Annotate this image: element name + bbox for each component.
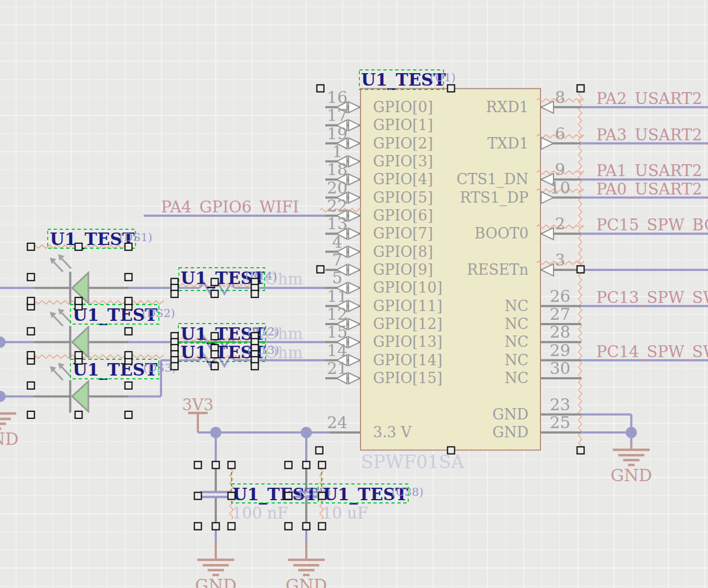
pin-name[interactable]: NC [505,333,529,350]
selection-handle[interactable] [75,352,82,359]
selection-handle[interactable] [211,363,218,370]
selection-handle[interactable] [75,298,82,305]
pin-number[interactable]: 26 [550,287,570,306]
gnd-label[interactable]: GND [286,576,327,588]
selection-handle[interactable] [28,243,35,250]
selection-handle[interactable] [448,447,455,454]
pin-number[interactable]: 10 [550,178,570,197]
pin-name[interactable]: GND [492,424,529,441]
selection-handle[interactable] [125,274,132,281]
pin-name[interactable]: GPIO[2] [373,135,433,152]
pin-name[interactable]: RXD1 [486,99,529,115]
selection-handle[interactable] [28,328,35,335]
pin-number[interactable]: 11 [327,287,347,306]
selection-handle[interactable] [125,382,132,389]
selection-handle[interactable] [125,411,132,418]
pin-name[interactable]: NC [505,298,529,314]
pin-number[interactable]: 3 [555,250,565,269]
selection-handle[interactable] [316,447,323,454]
pin-number[interactable]: 12 [327,305,347,324]
pin-name[interactable]: GPIO[11] [373,298,442,314]
selection-handle[interactable] [125,243,132,250]
selection-handle[interactable] [448,85,455,92]
pin-number[interactable]: 6 [555,124,565,143]
pin-name[interactable]: GPIO[0] [373,99,433,115]
selection-handle[interactable] [317,266,324,273]
pin-name[interactable]: NC [505,370,529,386]
refdes-label[interactable]: (R14) [245,269,277,282]
net-label[interactable]: PA1_USART2_R [596,161,708,180]
pin-name[interactable]: GPIO[9] [373,261,433,278]
selection-handle[interactable] [211,290,218,298]
selection-handle[interactable] [195,523,202,530]
pin-number[interactable]: 14 [327,341,347,360]
pin-number[interactable]: 5 [332,268,342,287]
pin-name[interactable]: 3.3 V [373,424,412,441]
pin-name[interactable]: GPIO[7] [373,225,433,242]
pin-number[interactable]: 21 [327,359,347,378]
pin-number[interactable]: 25 [550,413,570,432]
selection-handle[interactable] [252,363,259,370]
selection-handle[interactable] [28,411,35,418]
selection-handle[interactable] [303,523,310,530]
pin-number[interactable]: 15 [327,322,347,341]
pin-name[interactable]: GPIO[4] [373,171,433,188]
selection-handle[interactable] [125,328,132,335]
net-label[interactable]: PA0_USART2_C [596,180,708,199]
selection-handle[interactable] [228,523,235,530]
pin-name[interactable]: GPIO[8] [373,243,433,260]
pin-number[interactable]: 20 [327,178,347,197]
pin-name[interactable]: GPIO[5] [373,189,433,206]
selection-handle[interactable] [195,493,202,500]
selection-handle[interactable] [213,462,220,469]
net-label[interactable]: PA3_USART2_R [596,126,708,145]
pin-name[interactable]: GPIO[13] [373,333,442,350]
selection-handle[interactable] [577,85,584,92]
selection-handle[interactable] [285,493,292,500]
junction-dot[interactable] [0,391,6,402]
selection-handle[interactable] [28,274,35,281]
pin-number[interactable]: 23 [550,395,570,414]
pin-name[interactable]: GPIO[12] [373,315,442,332]
pin-name[interactable]: GPIO[10] [373,279,442,296]
selection-handle[interactable] [285,462,292,469]
selection-handle[interactable] [125,352,132,359]
selection-handle[interactable] [171,363,178,370]
selection-handle[interactable] [577,266,584,273]
pin-name[interactable]: NC [505,315,529,332]
selection-handle[interactable] [28,352,35,359]
pin-name[interactable]: RESETn [467,261,529,278]
selection-handle[interactable] [228,493,235,500]
net-label[interactable]: PC14_SPW_SWC [596,343,708,361]
selection-handle[interactable] [28,382,35,389]
selection-handle[interactable] [171,290,178,298]
selection-handle[interactable] [252,290,259,298]
selection-handle[interactable] [319,523,326,530]
led-symbol[interactable] [72,381,88,411]
selection-handle[interactable] [28,298,35,305]
selection-handle[interactable] [125,298,132,305]
pin-name[interactable]: BOOT0 [474,225,529,242]
pin-name[interactable]: GPIO[1] [373,117,433,133]
pin-name[interactable]: GND [492,406,529,423]
pin-name[interactable]: GPIO[14] [373,352,442,369]
pin-number[interactable]: 24 [327,413,347,432]
selection-handle[interactable] [319,493,326,500]
gnd-label[interactable]: GND [610,466,652,485]
pin-name[interactable]: NC [505,352,529,369]
selection-handle[interactable] [211,351,218,358]
selection-handle[interactable] [213,523,220,530]
selection-handle[interactable] [303,462,310,469]
refdes-label[interactable]: (U1) [430,71,455,84]
pin-name[interactable]: GPIO[15] [373,370,442,386]
selection-handle[interactable] [319,462,326,469]
selection-handle[interactable] [211,279,218,286]
pin-number[interactable]: 18 [327,160,347,179]
pin-number[interactable]: 8 [555,88,565,107]
selection-handle[interactable] [577,447,584,454]
junction-dot[interactable] [626,427,637,438]
gnd-label[interactable]: GND [0,429,18,449]
selection-handle[interactable] [211,333,218,340]
gnd-label[interactable]: GND [195,576,237,588]
pin-number[interactable]: 28 [550,322,570,341]
